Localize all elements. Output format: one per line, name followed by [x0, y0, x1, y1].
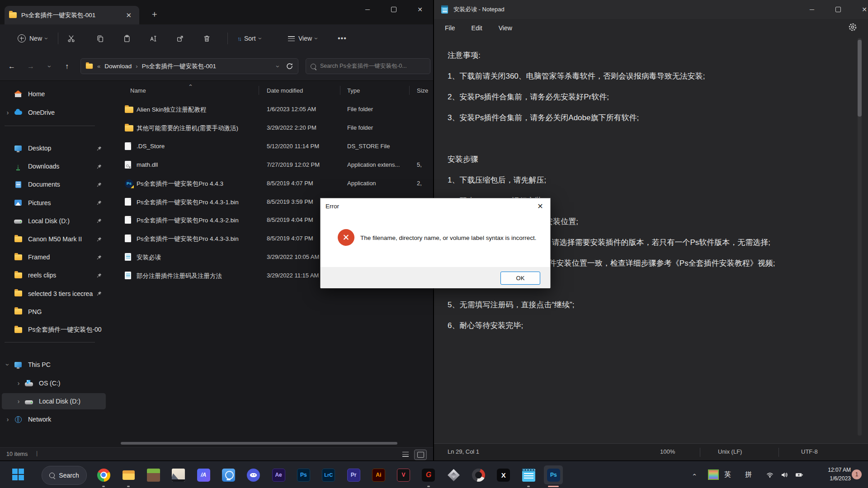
sidebar-item-selected-3-tiers-icecrea[interactable]: selected 3 tiers icecrea	[2, 286, 106, 302]
sidebar-item-ps-00[interactable]: Ps全套插件一键安装包-00	[2, 322, 106, 338]
sidebar-item-framed[interactable]: Framed	[2, 249, 106, 265]
sidebar-item-reels-clips[interactable]: reels clips	[2, 267, 106, 283]
menu-edit[interactable]: Edit	[465, 22, 489, 34]
sidebar-item-desktop[interactable]: Desktop	[2, 140, 106, 156]
column-header-size[interactable]: Size	[417, 87, 428, 94]
sort-button[interactable]: ↑↓ Sort ›	[233, 31, 265, 46]
delete-button[interactable]	[199, 31, 215, 46]
tray-clock[interactable]: 12:07 AM 1/6/2023	[809, 466, 851, 483]
taskbar-app-emblem[interactable]	[444, 465, 463, 484]
sidebar-item-downloads[interactable]: ↓Downloads	[2, 158, 106, 174]
forward-button[interactable]: →	[24, 59, 38, 74]
tray-chevron-up-icon[interactable]: ›	[690, 474, 697, 476]
close-button[interactable]: ✕	[410, 2, 430, 17]
cut-button[interactable]	[63, 31, 79, 46]
settings-gear-icon[interactable]	[848, 23, 857, 32]
horizontal-scrollbar[interactable]	[121, 442, 397, 445]
wifi-icon[interactable]	[766, 471, 774, 479]
taskbar-app-minecraft[interactable]	[144, 465, 163, 484]
rename-button[interactable]	[146, 31, 161, 46]
up-button[interactable]: ↑	[60, 59, 74, 74]
sidebar-item-network[interactable]: ›Network	[2, 411, 106, 427]
ok-button[interactable]: OK	[500, 272, 540, 285]
chevron-right-icon[interactable]: ›	[2, 109, 14, 116]
taskbar-app-valorant[interactable]: V	[394, 465, 413, 484]
sidebar-item-onedrive[interactable]: ›OneDrive	[2, 104, 106, 121]
address-bar[interactable]: « Download › Ps全套插件一键安装包-001 ›	[80, 58, 298, 74]
taskbar-app-ai[interactable]: Ai	[369, 465, 388, 484]
taskbar-app-pr[interactable]: Pr	[344, 465, 363, 484]
column-header-name[interactable]: Name	[130, 87, 146, 94]
column-header-date[interactable]: Date modified	[267, 87, 303, 94]
file-row[interactable]: .DS_Store5/12/2020 11:14 PMDS_STORE File	[108, 137, 433, 156]
taskbar-app-capcut[interactable]: X	[494, 465, 513, 484]
breadcrumb-current-folder[interactable]: Ps全套插件一键安装包-001	[142, 62, 216, 70]
sidebar-item-local-disk-d-[interactable]: ›Local Disk (D:)	[2, 393, 106, 409]
notepad-maximize-button[interactable]	[828, 2, 849, 17]
error-dialog-close-icon[interactable]: ✕	[530, 198, 550, 214]
taskbar-app-medal[interactable]: /A	[194, 465, 213, 484]
taskbar-app-chrome[interactable]	[94, 465, 113, 484]
sidebar-item-home[interactable]: Home	[2, 86, 106, 102]
volume-icon[interactable]	[780, 471, 788, 479]
maximize-button[interactable]	[383, 2, 404, 17]
minimize-button[interactable]: ─	[357, 2, 378, 17]
sidebar-item-this-pc[interactable]: ›This PC	[2, 357, 106, 373]
ime-mode-indicator[interactable]: 拼	[745, 470, 752, 479]
copy-button[interactable]	[92, 31, 108, 46]
sidebar-item-pictures[interactable]: Pictures	[2, 195, 106, 211]
file-row[interactable]: Alien Skin独立注册配教程1/6/2023 12:05 AMFile f…	[108, 100, 433, 119]
file-row[interactable]: 其他可能需要的注册机(需要手动激活)3/29/2022 2:20 PMFile …	[108, 119, 433, 137]
sidebar-item-png[interactable]: PNG	[2, 304, 106, 320]
new-tab-button[interactable]: ＋	[150, 8, 159, 20]
details-view-button[interactable]	[400, 450, 411, 459]
address-dropdown-icon[interactable]: ›	[275, 65, 282, 67]
menu-view[interactable]: View	[492, 22, 519, 34]
notification-badge[interactable]: 1	[852, 469, 862, 479]
column-separator[interactable]	[409, 86, 410, 95]
taskbar-app-explorer[interactable]	[119, 465, 138, 484]
taskbar-app-lrc[interactable]: LrC	[319, 465, 338, 484]
share-button[interactable]	[172, 31, 188, 46]
chevron-right-icon[interactable]: ›	[13, 380, 24, 387]
sidebar-item-os-c-[interactable]: ›OS (C:)	[2, 375, 106, 391]
taskbar-app-garena[interactable]: G	[419, 465, 438, 484]
tray-app-icon[interactable]	[708, 469, 719, 480]
start-button[interactable]	[12, 469, 24, 480]
sidebar-item-canon-m50-mark-ii[interactable]: Canon M50 Mark II	[2, 231, 106, 247]
ime-language-indicator[interactable]: 英	[724, 470, 731, 479]
file-row[interactable]: PsPs全套插件一键安装包Pro 4.4.38/5/2019 4:07 PMAp…	[108, 174, 433, 193]
taskbar-app-ae[interactable]: Ae	[269, 465, 288, 484]
sidebar-item-documents[interactable]: Documents	[2, 176, 106, 192]
column-separator[interactable]	[340, 86, 340, 95]
recent-locations-button[interactable]: ›	[42, 59, 57, 74]
explorer-tab[interactable]: Ps全套插件一键安装包-001 ✕	[5, 6, 139, 24]
taskbar-app-ps[interactable]: Ps	[294, 465, 313, 484]
chevron-down-icon[interactable]: ›	[2, 361, 14, 368]
breadcrumb-download[interactable]: Download	[104, 63, 132, 70]
taskbar-app-ring[interactable]	[469, 465, 488, 484]
column-header-type[interactable]: Type	[347, 87, 360, 94]
chevron-right-icon[interactable]: ›	[13, 398, 24, 405]
new-button[interactable]: New ›	[14, 31, 52, 46]
breadcrumb-overflow-icon[interactable]: «	[97, 63, 100, 70]
sidebar-item-local-disk-d-[interactable]: Local Disk (D:)	[2, 213, 106, 229]
tab-close-icon[interactable]: ✕	[123, 11, 135, 20]
back-button[interactable]: ←	[5, 59, 19, 74]
see-more-button[interactable]: •••	[334, 31, 351, 46]
notepad-text-area[interactable]: 注意事项: 1、下载前请关闭360、电脑管家等杀毒软件，否则会误报病毒导致无法安…	[448, 50, 845, 331]
view-button[interactable]: View ›	[284, 31, 322, 46]
notepad-scrollbar-thumb[interactable]	[858, 40, 862, 117]
column-separator[interactable]	[259, 86, 259, 95]
zoom-level[interactable]: 100%	[660, 448, 675, 455]
paste-button[interactable]	[119, 31, 135, 46]
notepad-minimize-button[interactable]: ─	[802, 2, 822, 17]
taskbar-app-psa[interactable]: Ps	[544, 465, 563, 484]
chevron-right-icon[interactable]: ›	[2, 416, 14, 423]
taskbar-search[interactable]: Search	[42, 466, 87, 485]
search-box[interactable]: Search Ps全套插件一键安装包-0...	[306, 58, 430, 74]
taskbar-app-notepad[interactable]	[519, 465, 538, 484]
battery-icon[interactable]	[795, 471, 804, 479]
thumbnail-view-button[interactable]	[414, 450, 427, 460]
notepad-close-button[interactable]: ✕	[854, 2, 868, 17]
